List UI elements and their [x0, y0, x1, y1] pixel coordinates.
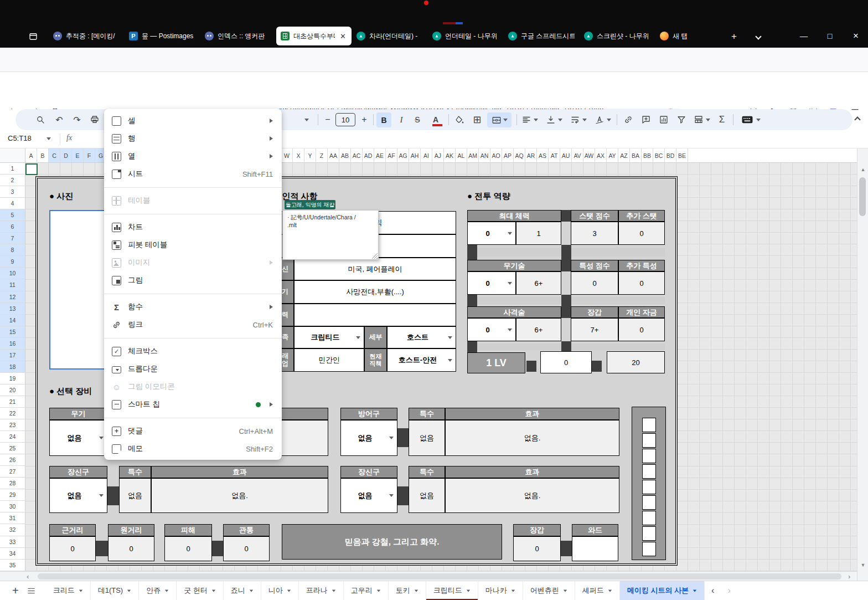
inventory-checkbox[interactable]: [642, 480, 656, 494]
column-header-AA[interactable]: AA: [328, 148, 339, 163]
insert-menu-item-드롭다운[interactable]: 드롭다운: [104, 360, 282, 378]
row-header-27[interactable]: 27: [0, 466, 25, 478]
firefox-view-icon[interactable]: [25, 29, 41, 44]
tab-close-icon[interactable]: ✕: [339, 32, 347, 40]
column-header-AT[interactable]: AT: [549, 148, 560, 163]
insert-menu-item-셀[interactable]: 셀: [104, 112, 282, 130]
note-popup[interactable]: · 記号/U/Undertale/Chara / .mlt: [282, 210, 379, 260]
column-header-AD[interactable]: AD: [363, 148, 374, 163]
column-header-AL[interactable]: AL: [456, 148, 467, 163]
browser-tab[interactable]: 언더테일 - 나무위: [428, 27, 503, 45]
column-header-BB[interactable]: BB: [642, 148, 653, 163]
column-header-BA[interactable]: BA: [630, 148, 642, 163]
column-header-AQ[interactable]: AQ: [514, 148, 525, 163]
column-header-AR[interactable]: AR: [525, 148, 537, 163]
cell-a1[interactable]: [25, 163, 38, 175]
insert-comment-icon[interactable]: [638, 109, 654, 130]
sheet-tab-크립티드[interactable]: 크립티드: [426, 581, 478, 600]
scroll-right-icon[interactable]: ›: [848, 572, 850, 581]
personal-value-specialty[interactable]: 사망전대,부활(....): [294, 280, 456, 304]
fill-color-icon[interactable]: [452, 109, 467, 130]
browser-tab[interactable]: P뭎 — Postimages: [125, 27, 200, 45]
sheet-tab-프라나[interactable]: 프라나: [299, 581, 344, 600]
browser-tab[interactable]: 추적중 : [메이킹/: [49, 27, 124, 45]
sheet-tab-죠니[interactable]: 죠니: [224, 581, 261, 600]
sheet-tab-크리드[interactable]: 크리드: [46, 581, 91, 600]
row-header-3[interactable]: 3: [0, 186, 25, 198]
column-header-AG[interactable]: AG: [397, 148, 409, 163]
row-header-31[interactable]: 31: [0, 512, 25, 524]
functions-sigma-icon[interactable]: Σ: [714, 109, 730, 130]
row-header-14[interactable]: 14: [0, 315, 25, 326]
column-header-AJ[interactable]: AJ: [432, 148, 444, 163]
column-header-AY[interactable]: AY: [607, 148, 618, 163]
sheet-tab-menu-icon[interactable]: [212, 589, 215, 592]
horizontal-align-icon[interactable]: [518, 109, 541, 130]
row-header-11[interactable]: 11: [0, 279, 25, 291]
insert-menu-item-링크[interactable]: 링크Ctrl+K: [104, 316, 282, 334]
add-sheet-icon[interactable]: +: [12, 584, 19, 597]
sheet-tab-고우리[interactable]: 고우리: [344, 581, 389, 600]
insert-menu-item-시트[interactable]: 시트Shift+F11: [104, 165, 282, 183]
column-header-D[interactable]: D: [60, 148, 72, 163]
undo-icon[interactable]: ↶: [51, 109, 68, 130]
window-minimize-button[interactable]: —: [792, 28, 816, 44]
insert-chart-icon[interactable]: [655, 109, 672, 130]
personal-value-job[interactable]: 민간인: [294, 348, 364, 372]
row-header-22[interactable]: 22: [0, 408, 25, 419]
row-header-20[interactable]: 20: [0, 384, 25, 396]
column-header-F[interactable]: F: [84, 148, 95, 163]
row-header-34[interactable]: 34: [0, 548, 25, 560]
armor-dropdown[interactable]: 없음: [340, 420, 397, 456]
inventory-checkbox[interactable]: [642, 418, 656, 432]
horizontal-scrollbar[interactable]: ‹ ›: [0, 571, 857, 581]
insert-menu-item-스마트 칩[interactable]: 스마트 칩: [104, 396, 282, 413]
row-header-5[interactable]: 5: [0, 209, 25, 221]
filter-icon[interactable]: [673, 109, 690, 130]
sheet-tab-menu-icon[interactable]: [287, 589, 291, 592]
column-header-AP[interactable]: AP: [502, 148, 514, 163]
browser-tab[interactable]: 차라(언더테일) -: [352, 27, 427, 45]
row-header-26[interactable]: 26: [0, 454, 25, 466]
sheet-tab-menu-icon[interactable]: [512, 589, 515, 592]
column-header-AW[interactable]: AW: [583, 148, 595, 163]
sheet-tab-메이킹 시트의 사본[interactable]: 메이킹 시트의 사본: [620, 581, 705, 600]
column-header-AO[interactable]: AO: [490, 148, 502, 163]
input-tools-keyboard-icon[interactable]: [736, 109, 765, 130]
row-header-13[interactable]: 13: [0, 303, 25, 315]
sheet-tab-menu-icon[interactable]: [467, 589, 470, 592]
row-header-32[interactable]: 32: [0, 524, 25, 536]
text-color-icon[interactable]: A: [428, 109, 443, 130]
column-header-AH[interactable]: AH: [409, 148, 421, 163]
insert-menu-item-체크박스[interactable]: 체크박스: [104, 342, 282, 360]
row-header-29[interactable]: 29: [0, 489, 25, 501]
column-header-BC[interactable]: BC: [653, 148, 665, 163]
sheet-tab-토키[interactable]: 토키: [389, 581, 426, 600]
inventory-checkbox[interactable]: [642, 526, 656, 541]
insert-menu-item-그림[interactable]: 그림: [104, 271, 282, 289]
sheet-tab-menu-icon[interactable]: [250, 589, 253, 592]
column-header-W[interactable]: W: [281, 148, 293, 163]
row-header-1[interactable]: 1: [0, 163, 25, 175]
row-header-4[interactable]: 4: [0, 198, 25, 209]
column-header-C[interactable]: C: [49, 148, 60, 163]
sheet-tabs-next-icon[interactable]: ›: [721, 586, 737, 596]
inventory-checkbox[interactable]: [642, 511, 656, 525]
strikethrough-icon[interactable]: S: [410, 109, 425, 130]
column-header-X[interactable]: X: [293, 148, 304, 163]
weapon-skill-dropdown[interactable]: 0: [467, 271, 516, 295]
sheet-tab-menu-icon[interactable]: [693, 589, 696, 592]
vertical-align-icon[interactable]: [542, 109, 566, 130]
insert-menu-item-행[interactable]: 행: [104, 130, 282, 147]
browser-tab[interactable]: 구글 스프레드시트: [504, 27, 579, 45]
tab-dropdown-button[interactable]: [751, 29, 766, 44]
inventory-checkbox[interactable]: [642, 542, 656, 556]
row-header-25[interactable]: 25: [0, 443, 25, 454]
row-header-23[interactable]: 23: [0, 419, 25, 431]
sheet-views-icon[interactable]: [690, 109, 714, 130]
inventory-checkbox[interactable]: [642, 495, 656, 510]
column-header-BD[interactable]: BD: [665, 148, 676, 163]
column-header-AZ[interactable]: AZ: [618, 148, 630, 163]
text-rotation-icon[interactable]: [591, 109, 614, 130]
vertical-scrollbar[interactable]: ▲ ▼: [857, 148, 868, 581]
